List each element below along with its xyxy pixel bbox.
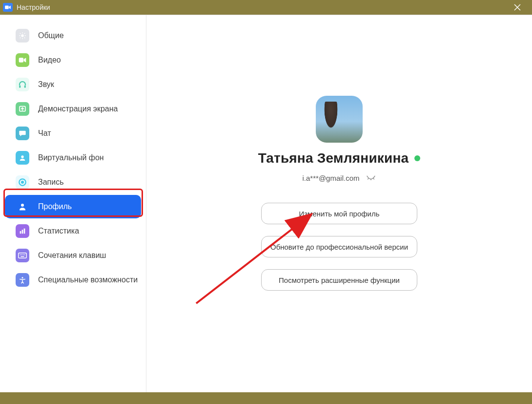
titlebar: Настройки: [0, 0, 532, 15]
svg-point-3: [21, 34, 23, 37]
email-row: i.a***@gmail.com: [303, 174, 376, 182]
sidebar-item-label: Профиль: [38, 202, 72, 211]
svg-point-17: [21, 255, 22, 255]
svg-rect-13: [22, 230, 23, 234]
status-online-icon: [414, 155, 420, 161]
camera-icon: [16, 53, 29, 67]
hide-email-icon[interactable]: [366, 174, 376, 182]
profile-panel: Татьяна Земляникина i.a***@gmail.com Изм…: [146, 15, 532, 392]
svg-rect-12: [20, 231, 21, 234]
sidebar-item-label: Общие: [38, 31, 64, 40]
svg-rect-6: [24, 85, 26, 88]
share-screen-icon: [16, 102, 29, 116]
svg-point-16: [20, 255, 21, 255]
window-title: Настройки: [17, 3, 50, 11]
sidebar-item-accessibility[interactable]: Специальные возможности: [5, 268, 141, 292]
sidebar-item-shortcuts[interactable]: Сочетания клавиш: [5, 244, 141, 267]
sidebar-item-label: Чат: [38, 129, 51, 138]
svg-line-23: [368, 178, 369, 180]
sidebar-item-label: Демонстрация экрана: [38, 105, 118, 113]
virtual-background-icon: [16, 151, 29, 165]
sidebar-item-statistics[interactable]: Статистика: [5, 219, 141, 243]
keyboard-icon: [16, 249, 29, 262]
sidebar-item-label: Видео: [38, 56, 61, 64]
svg-rect-20: [20, 256, 24, 257]
svg-rect-14: [24, 229, 25, 234]
record-icon: [16, 175, 29, 189]
gear-icon: [16, 29, 29, 43]
sidebar-item-recording[interactable]: Запись: [5, 170, 141, 194]
upgrade-button[interactable]: Обновите до профессиональной версии: [261, 236, 417, 257]
svg-point-19: [24, 255, 25, 255]
avatar[interactable]: [316, 96, 363, 143]
close-button[interactable]: [508, 0, 527, 15]
chat-icon: [16, 127, 29, 140]
sidebar-item-label: Специальные возможности: [38, 276, 138, 284]
sidebar-item-audio[interactable]: Звук: [5, 73, 141, 96]
svg-rect-4: [19, 58, 23, 62]
svg-line-25: [373, 178, 374, 180]
sidebar-item-chat[interactable]: Чат: [5, 122, 141, 145]
svg-point-8: [21, 155, 23, 158]
sidebar-item-label: Сочетания клавиш: [38, 251, 106, 260]
profile-name: Татьяна Земляникина: [258, 150, 409, 166]
app-icon: [3, 3, 13, 12]
sidebar-item-label: Запись: [38, 178, 64, 187]
edit-profile-button[interactable]: Изменить мой профиль: [261, 203, 417, 224]
accessibility-icon: [16, 273, 29, 287]
sidebar-item-share[interactable]: Демонстрация экрана: [5, 97, 141, 121]
svg-point-18: [23, 255, 24, 255]
sidebar-item-profile[interactable]: Профиль: [5, 195, 141, 218]
sidebar: Общие Видео Звук Демонстрация экрана: [0, 15, 146, 392]
svg-point-11: [21, 204, 24, 207]
footerbar: [0, 392, 532, 404]
svg-rect-0: [5, 6, 9, 9]
svg-rect-15: [19, 253, 27, 258]
sidebar-item-vbg[interactable]: Виртуальный фон: [5, 146, 141, 170]
person-icon: [16, 200, 29, 213]
stats-icon: [16, 224, 29, 238]
svg-rect-5: [19, 85, 20, 88]
advanced-features-button[interactable]: Посмотреть расширенные функции: [261, 269, 417, 291]
sidebar-item-video[interactable]: Видео: [5, 48, 141, 72]
sidebar-item-general[interactable]: Общие: [5, 24, 141, 47]
profile-email: i.a***@gmail.com: [303, 174, 360, 182]
svg-point-10: [21, 181, 24, 184]
sidebar-item-label: Статистика: [38, 227, 79, 235]
svg-point-22: [22, 277, 23, 278]
sidebar-item-label: Звук: [38, 80, 54, 89]
sidebar-item-label: Виртуальный фон: [38, 153, 104, 162]
headphones-icon: [16, 78, 29, 91]
profile-name-row: Татьяна Земляникина: [258, 150, 421, 166]
